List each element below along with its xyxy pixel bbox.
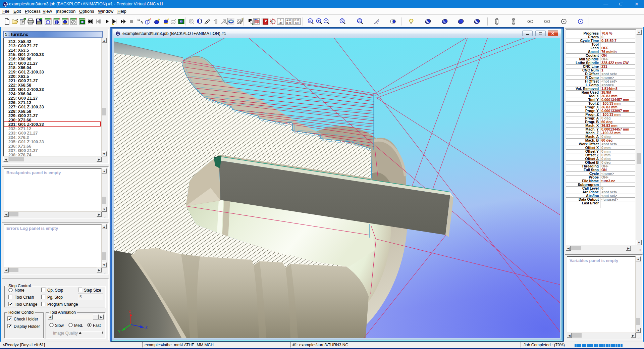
svg-text:♦40: ♦40 (278, 22, 282, 24)
svg-text:Y: Y (118, 330, 121, 334)
svg-text:F 52: F 52 (294, 19, 299, 21)
svg-text:Z: Z (145, 326, 148, 330)
svg-text:X: X (128, 310, 131, 314)
svg-text:5: 5 (280, 19, 281, 21)
svg-text:S 0: S 0 (295, 22, 299, 24)
svg-text:B 24: B 24 (286, 22, 291, 24)
svg-text:A 81: A 81 (286, 19, 291, 21)
